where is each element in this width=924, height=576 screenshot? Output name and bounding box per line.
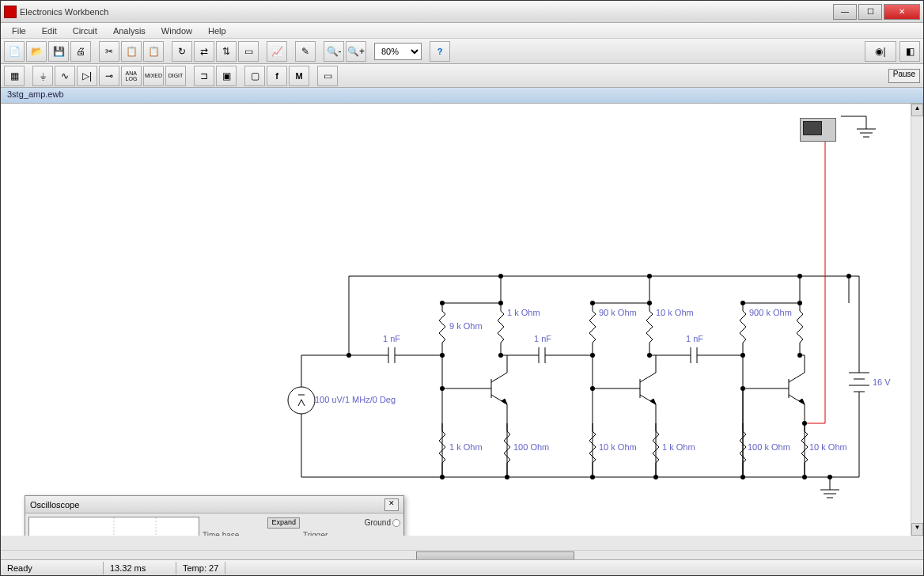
- favorites-bin[interactable]: ▦: [4, 66, 25, 86]
- basic-bin[interactable]: ∿: [55, 66, 75, 86]
- svg-point-117: [797, 274, 802, 279]
- svg-point-116: [647, 274, 652, 279]
- svg-point-112: [802, 421, 807, 426]
- svg-point-90: [346, 353, 351, 358]
- misc-bin[interactable]: M: [289, 66, 309, 86]
- status-temp: Temp: 27: [176, 562, 225, 574]
- menubar: File Edit Circuit Analysis Window Help: [1, 23, 923, 39]
- ground-label: Ground: [365, 518, 391, 527]
- maximize-button[interactable]: ☐: [858, 4, 882, 20]
- component-props-button[interactable]: ✎: [295, 41, 316, 62]
- oscilloscope-titlebar[interactable]: Oscilloscope ✕: [25, 496, 403, 513]
- close-button[interactable]: ✕: [884, 4, 920, 20]
- oscilloscope-instrument[interactable]: [800, 118, 836, 142]
- zoom-select[interactable]: 80%: [374, 43, 422, 60]
- graph-button[interactable]: 📈: [267, 41, 287, 62]
- oscilloscope-title: Oscilloscope: [30, 500, 384, 510]
- r4-label: 10 k Ohm: [656, 308, 694, 317]
- indicators-bin[interactable]: ▢: [244, 66, 265, 86]
- sources-bin[interactable]: ⏚: [32, 66, 53, 86]
- menu-help[interactable]: Help: [200, 25, 234, 37]
- cut-button[interactable]: ✂: [99, 41, 119, 62]
- window-controls: — ☐ ✕: [833, 4, 920, 20]
- r6-label: 1 k Ohm: [449, 442, 483, 452]
- svg-point-114: [846, 274, 851, 279]
- paste-button[interactable]: 📋: [143, 41, 164, 62]
- r1-label: 9 k Ohm: [449, 321, 483, 331]
- scroll-down-arrow[interactable]: ▼: [911, 523, 923, 536]
- ground-terminal[interactable]: [392, 519, 400, 527]
- timebase-label: Time base: [203, 531, 300, 536]
- app-icon: [4, 6, 17, 18]
- menu-window[interactable]: Window: [153, 25, 200, 37]
- mixed-bin[interactable]: MIXED: [143, 66, 164, 86]
- analog-bin[interactable]: ANALOG: [121, 66, 142, 86]
- oscilloscope-window: Oscilloscope ✕: [25, 495, 404, 536]
- diodes-bin[interactable]: ▷|: [77, 66, 97, 86]
- svg-point-103: [653, 475, 658, 479]
- svg-point-91: [440, 353, 445, 358]
- svg-point-109: [797, 353, 802, 358]
- svg-point-104: [590, 475, 595, 479]
- controls-bin[interactable]: f: [267, 66, 287, 86]
- flip-h-button[interactable]: ⇄: [194, 41, 214, 62]
- scroll-up-arrow[interactable]: ▲: [911, 104, 923, 116]
- save-button[interactable]: 💾: [48, 41, 69, 62]
- statusbar: Ready 13.32 ms Temp: 27: [1, 559, 923, 575]
- power-switch[interactable]: ◉|: [865, 41, 896, 62]
- circuit-schematic: [1, 104, 911, 531]
- svg-point-94: [498, 301, 503, 305]
- toggle-button[interactable]: ◧: [899, 41, 920, 62]
- subcircuit-button[interactable]: ▭: [238, 41, 259, 62]
- new-button[interactable]: 📄: [4, 41, 25, 62]
- vertical-scrollbar[interactable]: ▲ ▼: [911, 104, 923, 536]
- svg-point-110: [802, 475, 807, 479]
- expand-button[interactable]: Expand: [267, 517, 300, 529]
- oscilloscope-close-button[interactable]: ✕: [384, 498, 399, 511]
- minimize-button[interactable]: —: [833, 4, 857, 20]
- menu-circuit[interactable]: Circuit: [65, 25, 105, 37]
- svg-line-39: [640, 373, 656, 382]
- instruments-bin[interactable]: ▭: [317, 66, 338, 86]
- titlebar: Electronics Workbench — ☐ ✕: [1, 1, 923, 23]
- pause-button[interactable]: Pause: [888, 69, 920, 83]
- svg-point-115: [498, 274, 503, 279]
- open-button[interactable]: 📂: [26, 41, 47, 62]
- r5-label: 900 k Ohm: [749, 308, 792, 317]
- digital-bin[interactable]: DIGIT: [165, 66, 186, 86]
- app-title: Electronics Workbench: [20, 7, 833, 17]
- svg-point-100: [590, 301, 595, 305]
- menu-edit[interactable]: Edit: [34, 25, 65, 37]
- svg-point-107: [740, 301, 745, 305]
- help-button[interactable]: ?: [430, 41, 450, 62]
- zoom-out-button[interactable]: 🔍-: [324, 41, 344, 62]
- c2-label: 1 nF: [534, 334, 551, 343]
- svg-point-101: [647, 301, 652, 305]
- r2-label: 1 k Ohm: [507, 308, 540, 317]
- circuit-canvas[interactable]: 100 uV/1 MHz/0 Deg 1 nF 9 k Ohm 1 k Ohm …: [1, 104, 923, 536]
- print-button[interactable]: 🖨: [70, 41, 91, 62]
- zoom-in-button[interactable]: 🔍+: [346, 41, 366, 62]
- menu-analysis[interactable]: Analysis: [105, 25, 153, 37]
- copy-button[interactable]: 📋: [121, 41, 142, 62]
- svg-point-98: [590, 353, 595, 358]
- svg-point-92: [440, 386, 445, 391]
- integrated-bin[interactable]: ▣: [216, 66, 237, 86]
- svg-point-108: [797, 301, 802, 305]
- vcc-label: 16 V: [873, 377, 891, 387]
- rotate-button[interactable]: ↻: [172, 41, 192, 62]
- transistors-bin[interactable]: ⊸: [99, 66, 119, 86]
- r10-label: 100 k Ohm: [748, 442, 790, 452]
- c3-label: 1 nF: [686, 334, 703, 343]
- flip-v-button[interactable]: ⇅: [216, 41, 237, 62]
- app-window: Electronics Workbench — ☐ ✕ File Edit Ci…: [0, 0, 924, 576]
- svg-point-97: [440, 475, 445, 479]
- status-time: 13.32 ms: [104, 562, 176, 574]
- source-label: 100 uV/1 MHz/0 Deg: [315, 395, 396, 404]
- svg-point-93: [440, 301, 445, 305]
- logic-gates-bin[interactable]: ⊐: [194, 66, 214, 86]
- r7-label: 100 Ohm: [513, 442, 549, 452]
- toolbar-main: 📄 📂 💾 🖨 ✂ 📋 📋 ↻ ⇄ ⇅ ▭ 📈 ✎ 🔍- 🔍+ 80% ? ◉|…: [1, 39, 923, 64]
- menu-file[interactable]: File: [4, 25, 34, 37]
- document-tab[interactable]: 3stg_amp.ewb: [1, 88, 923, 104]
